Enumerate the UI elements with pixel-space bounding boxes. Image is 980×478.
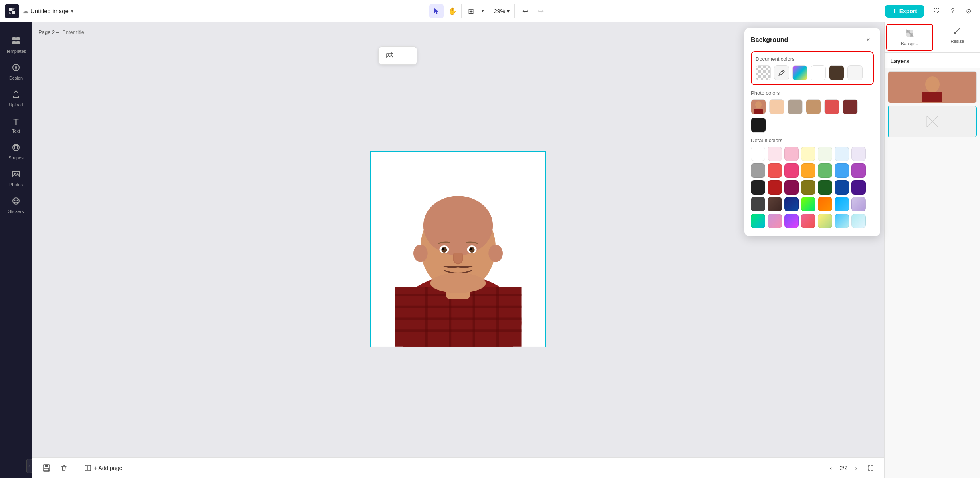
dc-green-mid[interactable] [818,163,832,178]
select-tool-button[interactable] [429,4,444,18]
dc-yellow-dark[interactable] [801,180,815,195]
sidebar-item-shapes[interactable]: Shapes [2,139,30,164]
dc-blue-mid[interactable] [835,163,849,178]
resize-tool-button[interactable]: Resize [935,22,980,52]
page-next-button[interactable]: › [851,462,862,474]
pc-5[interactable] [843,99,858,114]
pc-1[interactable] [769,99,784,114]
dc-grad-yg[interactable] [818,214,832,228]
sidebar-collapse-handle[interactable]: ‹ [26,459,32,473]
undo-button[interactable]: ↩ [518,4,532,18]
dc-grad-bp[interactable] [784,214,799,228]
dc-green-dark[interactable] [818,180,832,195]
dc-gray[interactable] [751,163,765,178]
add-page-label: + Add page [94,465,122,471]
right-panel: Backgr... Resize Layers [884,22,980,478]
dc-grad-pr[interactable] [801,214,815,228]
dc-lavender-grad[interactable] [851,197,866,211]
dc-purple-dark[interactable] [851,180,866,195]
layout-tool-button[interactable]: ⊞ [464,4,478,18]
dc-black[interactable] [751,180,765,195]
upload-icon [12,90,20,101]
transparent-swatch[interactable] [756,65,771,80]
pc-4[interactable] [824,99,839,114]
brown-swatch[interactable] [829,65,844,80]
dc-orange-grad[interactable] [818,197,832,211]
page-count-label: 2/2 [840,465,847,471]
sidebar-item-templates[interactable]: Templates [2,32,30,58]
main-area: Templates Design Upload T Text [0,22,980,478]
page-label: Page 2 – [38,29,59,35]
layout-chevron-button[interactable]: ▾ [479,4,486,18]
lightgray-swatch[interactable] [847,65,863,80]
dc-blue-grad[interactable] [835,197,849,211]
canvas-frame[interactable] [370,151,546,347]
page-title-input[interactable] [62,29,129,35]
layer-item-background[interactable] [888,106,977,137]
sidebar-item-upload[interactable]: Upload [2,86,30,111]
export-icon: ⬆ [892,8,897,14]
dc-grad-gt[interactable] [751,214,765,228]
background-tool-button[interactable]: Backgr... [886,24,933,51]
svg-rect-38 [45,465,48,467]
sidebar-item-photos[interactable]: Photos [2,166,30,191]
zoom-button[interactable]: 29% ▾ [491,6,513,16]
canvas-more-button[interactable]: ··· [399,49,412,62]
dc-red[interactable] [768,163,782,178]
document-title[interactable]: Untitled image [30,8,69,14]
dc-grad-bl[interactable] [835,214,849,228]
pc-3[interactable] [806,99,821,114]
pc-2[interactable] [788,99,803,114]
photo-thumb-swatch[interactable] [751,99,766,114]
dc-pink[interactable] [784,147,799,161]
dc-grad-pp[interactable] [768,214,782,228]
app-logo[interactable] [5,4,19,18]
delete-button[interactable] [58,462,70,474]
add-image-button[interactable] [383,49,396,62]
hand-tool-button[interactable]: ✋ [445,4,460,18]
dc-purple-mid[interactable] [851,163,866,178]
dc-purple-light[interactable] [851,147,866,161]
dc-navy-grad[interactable] [784,197,799,211]
redo-button[interactable]: ↪ [533,4,548,18]
color-row-4 [751,197,874,211]
resize-icon [953,26,962,37]
page-prev-button[interactable]: ‹ [825,462,837,474]
svg-point-34 [442,248,444,250]
dc-red-dark[interactable] [768,180,782,195]
dc-brown-grad[interactable] [768,197,782,211]
add-page-button[interactable]: + Add page [80,462,126,474]
white-swatch[interactable] [811,65,826,80]
expand-button[interactable] [865,462,876,474]
dc-pink-dark[interactable] [784,180,799,195]
export-button[interactable]: ⬆ Export [885,5,924,18]
help-button[interactable]: ? [946,5,959,18]
title-chevron-icon[interactable]: ▾ [71,8,73,14]
document-colors-row [756,65,869,80]
dc-pink-light[interactable] [768,147,782,161]
gradient-swatch[interactable] [792,65,807,80]
layer-item-photo[interactable] [888,71,977,103]
dc-pink-mid[interactable] [784,163,799,178]
dc-blue-dark[interactable] [835,180,849,195]
pc-6[interactable] [751,118,766,133]
dc-green-grad[interactable] [801,197,815,211]
dc-yellow-light[interactable] [801,147,815,161]
text-label: Text [12,129,20,133]
dc-white[interactable] [751,147,765,161]
dc-blue-light[interactable] [835,147,849,161]
cloud-icon: ☁ [22,7,29,15]
dc-darkgray[interactable] [751,197,765,211]
eyedropper-swatch[interactable] [774,65,789,80]
sidebar-item-stickers[interactable]: Stickers [2,193,30,218]
svg-rect-1 [16,37,20,40]
bg-close-button[interactable]: × [863,34,874,46]
save-button[interactable] [40,462,53,474]
shield-button[interactable]: 🛡 [930,5,943,18]
camera-button[interactable]: ⊙ [962,5,975,18]
dc-green-light[interactable] [818,147,832,161]
dc-orange[interactable] [801,163,815,178]
sidebar-item-text[interactable]: T Text [2,113,30,137]
dc-grad-lightblue[interactable] [851,214,866,228]
sidebar-item-design[interactable]: Design [2,59,30,84]
